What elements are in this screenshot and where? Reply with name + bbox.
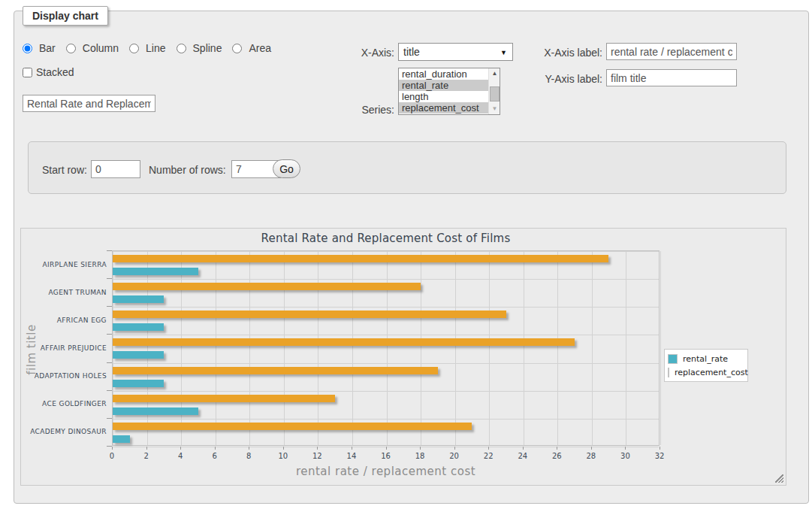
x-tick-mark (660, 447, 660, 450)
gridline-vertical (660, 251, 661, 445)
x-tick-label: 14 (340, 452, 363, 460)
bar-rental_rate (113, 435, 130, 443)
resize-handle-icon[interactable] (775, 474, 783, 483)
x-tick-label: 30 (614, 452, 636, 460)
listbox-scrollbar[interactable]: ▲ ▼ (488, 68, 500, 114)
gridline-vertical (387, 251, 388, 445)
row-range-panel: Start row: Number of rows: Go (28, 141, 786, 194)
bar-replacement_cost (113, 283, 421, 290)
x-tick-mark (112, 447, 113, 450)
chart-type-radio-bar[interactable] (23, 44, 32, 53)
x-tick-label: 24 (512, 452, 534, 460)
stacked-checkbox[interactable] (23, 68, 32, 77)
gridline-horizontal (113, 363, 659, 364)
legend-row: rental_rate (668, 352, 744, 365)
y-axis-label-input[interactable] (606, 69, 737, 86)
x-tick-mark (591, 447, 592, 450)
x-axis-label-input[interactable] (606, 43, 737, 60)
gridline-vertical (557, 251, 558, 445)
series-multiselect[interactable]: rental_durationrental_ratelengthreplacem… (398, 68, 500, 115)
legend-label-replacement_cost: replacement_cost (675, 368, 748, 377)
gridline-vertical (181, 251, 182, 445)
chart-title-input[interactable] (23, 95, 155, 112)
y-axis-label-label: Y-Axis label: (535, 73, 602, 85)
bar-rental_rate (113, 380, 164, 387)
x-tick-label: 0 (101, 452, 123, 460)
series-option-rental_duration[interactable]: rental_duration (399, 68, 500, 80)
y-tick-mark (107, 334, 112, 335)
y-category-label: AFFAIR PREJUDICE (21, 344, 107, 352)
x-axis-title: rental rate / replacement cost (112, 465, 660, 478)
scroll-down-icon[interactable]: ▼ (489, 104, 500, 114)
legend-label-rental_rate: rental_rate (683, 354, 728, 364)
series-option-rental_rate[interactable]: rental_rate (399, 80, 500, 91)
gridline-vertical (592, 251, 593, 445)
x-tick-mark (283, 447, 284, 450)
gridline-vertical (524, 251, 524, 445)
y-tick-mark (107, 306, 112, 307)
gridline-vertical (489, 251, 490, 445)
x-tick-mark (454, 447, 455, 450)
series-option-replacement_cost[interactable]: replacement_cost (399, 102, 500, 114)
start-row-input[interactable] (91, 160, 140, 178)
x-tick-mark (146, 447, 147, 450)
y-tick-mark (107, 250, 112, 251)
x-axis-select-label: X-Axis: (342, 47, 394, 59)
chart-type-radio-column[interactable] (66, 44, 76, 53)
x-tick-label: 2 (135, 452, 158, 460)
gridline-vertical (249, 251, 250, 445)
y-tick-mark (107, 446, 112, 447)
gridline-vertical (626, 251, 626, 445)
bar-replacement_cost (113, 423, 472, 430)
plot-area (112, 250, 660, 446)
bar-replacement_cost (113, 367, 438, 374)
legend-row: replacement_cost (668, 365, 744, 379)
chart-type-radio-area[interactable] (232, 44, 242, 53)
series-option-length[interactable]: length (399, 91, 500, 102)
start-row-label: Start row: (42, 164, 87, 176)
x-axis-select[interactable]: title ▼ (398, 43, 513, 61)
gridline-vertical (352, 251, 353, 445)
x-tick-label: 4 (169, 452, 192, 460)
y-tick-mark (107, 362, 112, 363)
chart-type-label-column: Column (83, 42, 119, 54)
fieldset-legend: Display chart (23, 6, 108, 26)
bar-replacement_cost (113, 311, 506, 318)
chart-type-radio-spline[interactable] (177, 44, 186, 53)
series-select-label: Series: (342, 104, 394, 116)
x-tick-mark (352, 447, 352, 450)
stacked-label: Stacked (36, 66, 74, 78)
scrollbar-thumb[interactable] (490, 86, 500, 101)
bar-rental_rate (113, 407, 198, 415)
x-axis-label-label: X-Axis label: (535, 47, 602, 59)
gridline-horizontal (113, 335, 659, 335)
gridline-horizontal (113, 391, 659, 392)
y-category-label: ADAPTATION HOLES (21, 372, 107, 380)
x-tick-label: 20 (443, 452, 466, 460)
x-tick-mark (420, 447, 421, 450)
y-category-label: AFRICAN EGG (21, 317, 107, 324)
bar-rental_rate (113, 295, 164, 303)
gridline-horizontal (113, 307, 659, 308)
chart-type-radio-line[interactable] (129, 44, 139, 53)
chart-title: Rental Rate and Replacement Cost of Film… (112, 232, 660, 245)
bar-replacement_cost (113, 338, 575, 346)
gridline-horizontal (113, 419, 659, 420)
x-tick-label: 6 (204, 452, 226, 460)
x-tick-mark (625, 447, 626, 450)
bar-replacement_cost (113, 395, 335, 402)
bar-replacement_cost (113, 255, 608, 262)
chart-type-label-bar: Bar (39, 42, 56, 54)
x-axis-selected-value: title (403, 46, 420, 58)
legend-swatch-replacement_cost (668, 368, 669, 377)
gridline-horizontal (113, 279, 659, 280)
go-button[interactable]: Go (273, 159, 300, 178)
chart-type-label-spline: Spline (193, 42, 222, 54)
x-tick-label: 22 (477, 452, 500, 460)
gridline-horizontal (113, 251, 659, 252)
scroll-up-icon[interactable]: ▲ (489, 68, 500, 79)
x-tick-label: 10 (272, 452, 294, 460)
gridline-vertical (318, 251, 318, 445)
x-tick-mark (215, 447, 216, 450)
y-category-label: ACADEMY DINOSAUR (21, 428, 107, 435)
